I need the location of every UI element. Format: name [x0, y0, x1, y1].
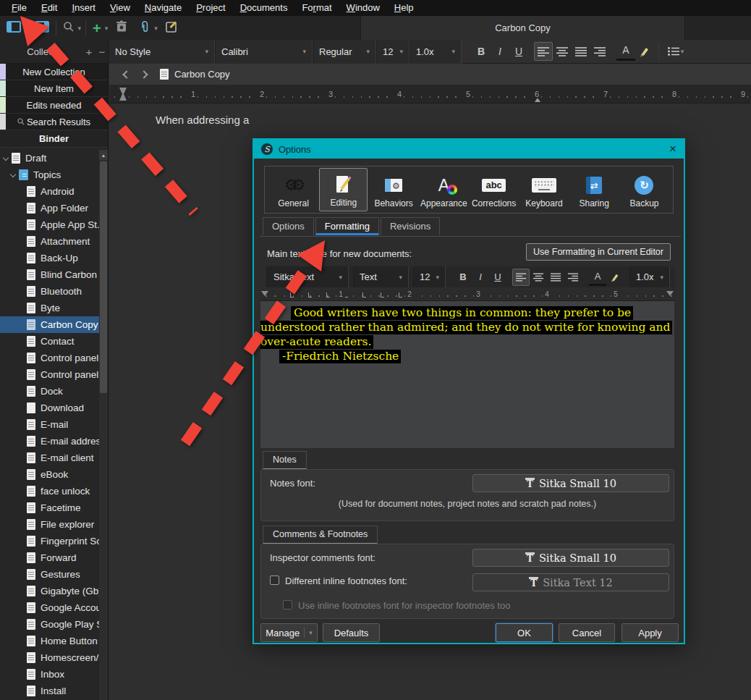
binder-item[interactable]: Carbon Copy: [0, 316, 100, 333]
binder-item[interactable]: Gigabyte (Gb): [0, 583, 100, 599]
inspector-toggle-button[interactable]: [33, 19, 51, 38]
chevron-expanded-icon[interactable]: [10, 171, 16, 177]
tab-options[interactable]: Options: [263, 217, 314, 235]
search-dropdown-caret-icon[interactable]: ▾: [78, 25, 82, 32]
remove-collection-button[interactable]: −: [96, 46, 109, 58]
style-dropdown[interactable]: No Style▾: [109, 40, 215, 64]
underline-button[interactable]: U: [509, 42, 528, 61]
binder-item[interactable]: Blind Carbon ...: [0, 266, 100, 283]
category-corrections[interactable]: abc Corrections: [470, 168, 518, 211]
align-center-button[interactable]: [553, 42, 572, 61]
attachment-button[interactable]: [137, 19, 153, 38]
binder-item[interactable]: Android: [0, 183, 100, 200]
align-justify-button[interactable]: [572, 42, 590, 61]
binder-item[interactable]: Gestures: [0, 566, 100, 583]
use-formatting-button[interactable]: Use Formatting in Current Editor: [526, 243, 671, 261]
line-height-dropdown[interactable]: 1.0x▾: [410, 40, 462, 64]
add-item-button[interactable]: +: [90, 19, 103, 38]
category-sharing[interactable]: ⇄ Sharing: [570, 168, 619, 211]
binder-item[interactable]: E-mail client: [0, 450, 100, 466]
binder-collection-item[interactable]: Binder: [0, 130, 108, 148]
italic-button[interactable]: I: [491, 42, 509, 61]
binder-item[interactable]: Facetime: [0, 499, 100, 516]
font-size-dropdown[interactable]: 12▾: [376, 40, 410, 64]
scrollbar-thumb[interactable]: [100, 161, 107, 393]
add-collection-button[interactable]: +: [82, 46, 96, 58]
binder-item[interactable]: Apple App St...: [0, 216, 100, 233]
collection-item[interactable]: New Item: [0, 80, 108, 97]
align-left-button[interactable]: [534, 42, 553, 61]
category-editing[interactable]: Editing: [319, 168, 368, 211]
menu-item-file[interactable]: File: [4, 0, 34, 16]
menu-item-project[interactable]: Project: [189, 0, 232, 16]
different-footnotes-checkbox[interactable]: [270, 575, 279, 585]
category-backup[interactable]: ↻ Backup: [620, 168, 669, 211]
binder-item[interactable]: Inbox: [0, 666, 100, 683]
binder-item[interactable]: Download: [0, 400, 100, 416]
font-variant-dropdown[interactable]: Regular▾: [313, 40, 376, 64]
binder-scrollbar[interactable]: ▲: [99, 150, 108, 700]
indent-marker-icon[interactable]: [119, 88, 127, 101]
collection-item[interactable]: Search Results: [0, 114, 108, 130]
tab-comments-footnotes[interactable]: Comments & Footnotes: [263, 526, 378, 544]
binder-item[interactable]: Attachment: [0, 233, 100, 250]
add-dropdown-caret-icon[interactable]: ▾: [105, 25, 109, 32]
editor-ruler[interactable]: 123456789: [109, 85, 751, 104]
dialog-style-dropdown[interactable]: Text▾: [353, 266, 409, 287]
binder-item[interactable]: Fingerprint Sc...: [0, 533, 100, 549]
dialog-text-color-button[interactable]: A: [589, 269, 606, 286]
binder-item[interactable]: Topics: [0, 166, 100, 183]
chevron-expanded-icon[interactable]: [3, 154, 9, 160]
font-dropdown[interactable]: Calibri▾: [215, 40, 313, 64]
dialog-line-height-dropdown[interactable]: 1.0x▾: [629, 266, 670, 287]
indent-marker-icon[interactable]: [666, 291, 674, 296]
bold-button[interactable]: B: [472, 42, 491, 61]
binder-item[interactable]: Control panel: [0, 366, 100, 383]
binder-toggle-button[interactable]: [4, 19, 23, 38]
manage-button[interactable]: Manage ▾: [260, 623, 318, 642]
trash-button[interactable]: [114, 19, 130, 38]
binder-item[interactable]: Google Accou...: [0, 599, 100, 616]
dialog-titlebar[interactable]: S Options ×: [254, 140, 684, 159]
menu-item-insert[interactable]: Insert: [64, 0, 103, 16]
indent-marker-icon[interactable]: [261, 291, 268, 296]
scroll-up-icon[interactable]: ▲: [99, 150, 108, 160]
binder-item[interactable]: Google Play S...: [0, 616, 100, 633]
dialog-size-dropdown[interactable]: 12▾: [413, 266, 446, 287]
dialog-italic-button[interactable]: I: [472, 269, 489, 286]
binder-item[interactable]: File explorer: [0, 516, 100, 533]
menu-item-edit[interactable]: Edit: [34, 0, 64, 16]
category-general[interactable]: ⚙⚙ General: [269, 168, 318, 211]
cancel-button[interactable]: Cancel: [559, 623, 615, 642]
inline-footnotes-font-button[interactable]: T Sitka Text 12: [472, 573, 669, 591]
dialog-ruler[interactable]: 12345: [260, 290, 674, 301]
tab-formatting[interactable]: Formatting: [315, 217, 379, 235]
dialog-highlight-button[interactable]: [606, 269, 624, 286]
binder-item[interactable]: Back-Up: [0, 250, 100, 266]
binder-item[interactable]: E-mail address: [0, 433, 100, 450]
binder-item[interactable]: Dock: [0, 383, 100, 400]
attachment-dropdown-caret-icon[interactable]: ▾: [154, 25, 158, 32]
binder-item[interactable]: Byte: [0, 300, 100, 316]
ok-button[interactable]: OK: [496, 623, 553, 642]
list-format-button[interactable]: ▾: [663, 42, 688, 61]
binder-item[interactable]: Homescreen/...: [0, 649, 100, 666]
binder-item[interactable]: eBook: [0, 466, 100, 483]
category-keyboard[interactable]: Keyboard: [519, 168, 568, 211]
menu-item-navigate[interactable]: Navigate: [137, 0, 189, 16]
dialog-align-left-button[interactable]: [512, 269, 530, 286]
binder-item[interactable]: Bluetooth: [0, 283, 100, 300]
binder-dropdown-caret-icon[interactable]: ▾: [25, 25, 28, 32]
dialog-align-right-button[interactable]: [564, 269, 582, 286]
binder-item[interactable]: Install: [0, 683, 100, 699]
close-icon[interactable]: ×: [669, 143, 676, 155]
notes-font-button[interactable]: T Sitka Small 10: [472, 474, 669, 492]
category-behaviors[interactable]: ⚙ Behaviors: [370, 168, 418, 211]
dialog-font-dropdown[interactable]: Sitka Text▾: [267, 266, 349, 287]
binder-item[interactable]: Forward: [0, 549, 100, 566]
inspector-comments-font-button[interactable]: T Sitka Small 10: [472, 549, 669, 567]
collection-item[interactable]: New Collection: [0, 64, 108, 80]
use-inline-footnotes-checkbox[interactable]: [283, 600, 292, 610]
editor-body[interactable]: When addressing a: [109, 104, 751, 126]
binder-item[interactable]: Home Button: [0, 633, 100, 649]
